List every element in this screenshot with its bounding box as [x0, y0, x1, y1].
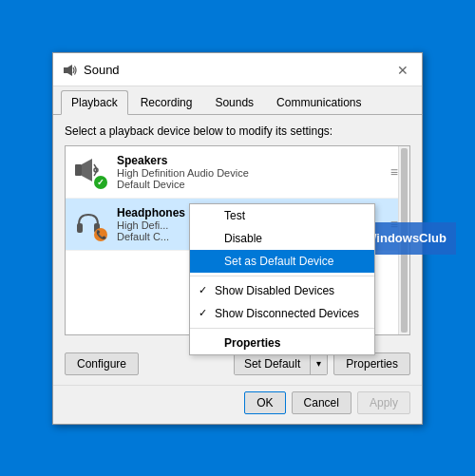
set-default-split-button: Set Default ▾	[234, 352, 328, 375]
ctx-show-disabled[interactable]: ✓ Show Disabled Devices	[190, 279, 374, 302]
svg-marker-1	[67, 65, 72, 76]
sound-icon	[63, 63, 78, 78]
ctx-properties[interactable]: Properties	[190, 332, 374, 354]
ctx-sep2	[190, 328, 374, 329]
configure-button[interactable]: Configure	[65, 352, 139, 375]
speaker-status-badge: ✓	[94, 176, 107, 189]
tab-content: Select a playback device below to modify…	[53, 115, 422, 345]
title-bar: Sound ✕	[53, 53, 422, 86]
sound-dialog: Sound ✕ Playback Recording Sounds Commun…	[52, 52, 423, 425]
cancel-button[interactable]: Cancel	[292, 391, 352, 414]
context-menu: Test Disable Set as Default Device ✓ Sho…	[189, 203, 375, 355]
bottom-left-buttons: Configure	[65, 352, 139, 375]
close-button[interactable]: ✕	[393, 61, 412, 80]
ctx-set-default[interactable]: Set as Default Device	[190, 250, 374, 273]
speakers-item[interactable]: ✓ Speakers High Definition Audio Device …	[66, 146, 409, 199]
ctx-disable[interactable]: Disable	[190, 227, 374, 250]
svg-rect-2	[75, 164, 82, 176]
set-default-button[interactable]: Set Default	[235, 353, 311, 374]
speaker-info: Speakers High Definition Audio Device De…	[117, 154, 377, 190]
properties-button[interactable]: Properties	[333, 352, 410, 375]
headphone-icon-wrap: 📞	[73, 207, 107, 241]
svg-rect-5	[77, 223, 83, 233]
speaker-sub2: Default Device	[117, 179, 377, 190]
tab-sounds[interactable]: Sounds	[204, 90, 264, 114]
set-default-dropdown[interactable]: ▾	[311, 353, 327, 374]
svg-marker-3	[82, 159, 92, 181]
ctx-sep1	[190, 276, 374, 276]
tab-bar: Playback Recording Sounds Communications	[53, 86, 422, 115]
bottom-right-buttons: Set Default ▾ Properties	[234, 352, 410, 375]
tab-communications[interactable]: Communications	[266, 90, 371, 114]
ctx-show-disconnected[interactable]: ✓ Show Disconnected Devices	[190, 302, 374, 325]
headphone-status-badge: 📞	[94, 228, 107, 241]
svg-rect-0	[64, 67, 67, 73]
speaker-sub1: High Definition Audio Device	[117, 167, 377, 179]
tab-playback[interactable]: Playback	[61, 90, 128, 115]
title-bar-left: Sound	[63, 63, 120, 78]
device-list: ✓ Speakers High Definition Audio Device …	[65, 145, 410, 335]
dialog-buttons: OK Cancel Apply	[53, 385, 422, 424]
instruction-text: Select a playback device below to modify…	[65, 124, 410, 138]
tab-recording[interactable]: Recording	[130, 90, 203, 114]
speaker-icon-wrap: ✓	[73, 155, 107, 189]
apply-button[interactable]: Apply	[357, 391, 410, 414]
ctx-test[interactable]: Test	[190, 204, 374, 227]
window-title: Sound	[84, 63, 120, 77]
ok-button[interactable]: OK	[244, 391, 285, 414]
speaker-name: Speakers	[117, 154, 377, 167]
